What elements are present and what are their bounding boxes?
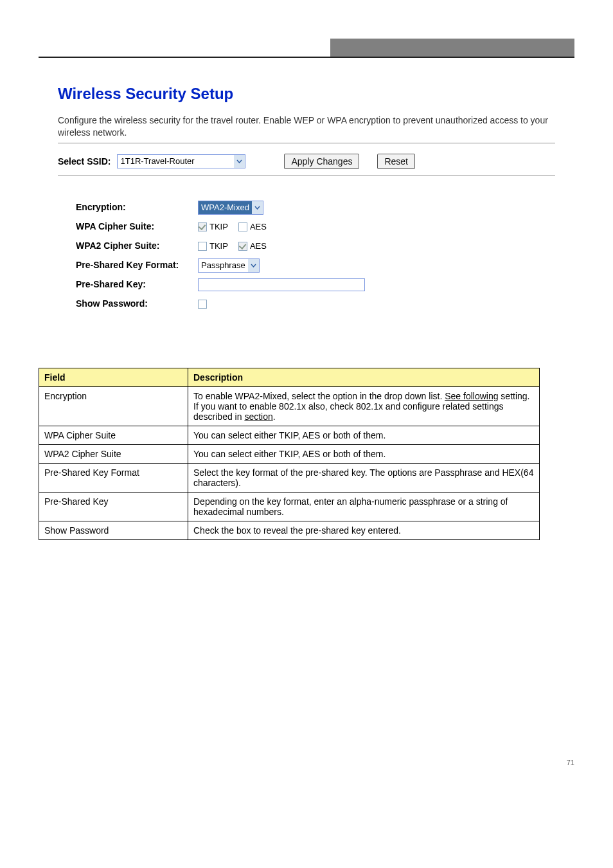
wpa-tkip-checkbox[interactable]	[198, 222, 207, 231]
wpa2-cipher-label: WPA2 Cipher Suite:	[76, 240, 198, 251]
wpa-aes-checkbox[interactable]	[238, 222, 247, 231]
psk-label: Pre-Shared Key:	[76, 279, 198, 290]
field-cell: WPA2 Cipher Suite	[39, 444, 188, 463]
ssid-divider	[58, 176, 555, 176]
wireless-security-card: Wireless Security Setup Configure the wi…	[42, 77, 571, 329]
wpa-aes-label: AES	[250, 222, 267, 231]
field-cell: Pre-Shared Key	[39, 492, 188, 521]
encryption-dropdown[interactable]: WPA2-Mixed	[198, 201, 263, 215]
reset-button[interactable]: Reset	[377, 154, 415, 169]
wpa-tkip-label: TKIP	[209, 222, 228, 231]
psk-format-value: Passphrase	[201, 260, 248, 270]
field-cell: Encryption	[39, 386, 188, 426]
chevron-down-icon	[234, 155, 245, 168]
table-row: Pre-Shared Key Depending on the key form…	[39, 492, 540, 521]
select-ssid-label: Select SSID:	[58, 156, 111, 167]
table-row: Show Password Check the box to reveal th…	[39, 521, 540, 539]
psk-format-dropdown[interactable]: Passphrase	[198, 258, 260, 273]
chevron-down-icon	[252, 201, 263, 214]
wpa2-tkip-checkbox[interactable]	[198, 242, 207, 251]
desc-cell: Check the box to reveal the pre-shared k…	[188, 521, 540, 539]
show-password-label: Show Password:	[76, 298, 198, 309]
select-ssid-value: 1T1R-Travel-Router	[120, 156, 234, 166]
desc-cell: You can select either TKIP, AES or both …	[188, 426, 540, 444]
page-footer: 71	[0, 759, 613, 779]
header-chapter-bar	[330, 39, 574, 57]
wpa2-aes-checkbox[interactable]	[238, 242, 247, 251]
apply-changes-button[interactable]: Apply Changes	[284, 154, 359, 169]
chevron-down-icon	[248, 259, 259, 272]
table-row: WPA Cipher Suite You can select either T…	[39, 426, 540, 444]
desc-cell: Depending on the key format, enter an al…	[188, 492, 540, 521]
page-title: Wireless Security Setup	[58, 85, 555, 103]
table-header-description: Description	[188, 368, 540, 386]
psk-input[interactable]	[198, 278, 365, 291]
encryption-value: WPA2-Mixed	[201, 203, 252, 212]
see-following-link[interactable]: See following	[445, 391, 498, 401]
desc-cell: You can select either TKIP, AES or both …	[188, 444, 540, 463]
field-cell: WPA Cipher Suite	[39, 426, 188, 444]
table-row: WPA2 Cipher Suite You can select either …	[39, 444, 540, 463]
table-header-field: Field	[39, 368, 188, 386]
field-cell: Show Password	[39, 521, 188, 539]
wpa2-aes-label: AES	[250, 241, 267, 251]
field-cell: Pre-Shared Key Format	[39, 463, 188, 492]
title-divider	[58, 143, 555, 143]
section-link[interactable]: section	[244, 411, 272, 422]
table-row: Encryption To enable WPA2-Mixed, select …	[39, 386, 540, 426]
page-description: Configure the wireless security for the …	[58, 114, 555, 139]
desc-cell: To enable WPA2-Mixed, select the option …	[188, 386, 540, 426]
wpa2-tkip-label: TKIP	[209, 241, 228, 251]
wpa-cipher-label: WPA Cipher Suite:	[76, 221, 198, 232]
table-row: Pre-Shared Key Format Select the key for…	[39, 463, 540, 492]
show-password-checkbox[interactable]	[198, 300, 207, 309]
field-description-table: Field Description Encryption To enable W…	[39, 368, 540, 540]
page-number: 71	[567, 759, 574, 766]
encryption-label: Encryption:	[76, 202, 198, 213]
psk-format-label: Pre-Shared Key Format:	[76, 260, 198, 271]
header-divider	[39, 57, 574, 58]
desc-cell: Select the key format of the pre-shared …	[188, 463, 540, 492]
select-ssid-dropdown[interactable]: 1T1R-Travel-Router	[117, 154, 245, 168]
